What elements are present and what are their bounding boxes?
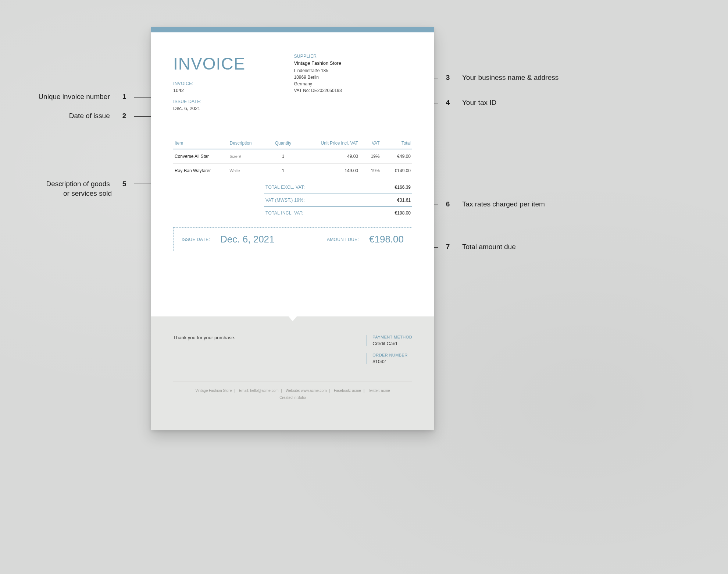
- order-number-group: ORDER NUMBER #1042: [367, 353, 412, 364]
- footer-inner: Thank you for your purchase. PAYMENT MET…: [151, 316, 434, 371]
- canvas: Unique invoice number 1 Date of issue 2 …: [0, 0, 728, 574]
- annotation-4: 4 Your tax ID: [443, 99, 496, 107]
- payment-method-label: PAYMENT METHOD: [372, 335, 412, 339]
- supplier-country: Germany: [294, 81, 342, 87]
- col-vat: VAT: [360, 138, 381, 149]
- total-vat-row: VAT (MWST.) 19%: €31.61: [264, 194, 412, 207]
- annotation-4-num: 4: [443, 99, 452, 107]
- invoice-number-label: INVOICE:: [173, 81, 286, 86]
- total-incl-row: TOTAL INCL. VAT: €198.00: [264, 207, 412, 219]
- footer-credit: Created in Sufio: [279, 396, 306, 400]
- annotation-4-text: Your tax ID: [462, 99, 496, 106]
- annotation-1: Unique invoice number 1: [0, 93, 129, 101]
- invoice-header: INVOICE INVOICE: 1042 ISSUE DATE: Dec. 6…: [173, 54, 412, 117]
- supplier-label: SUPPLIER: [294, 54, 342, 59]
- cell-total: €149.00: [381, 164, 413, 178]
- annotation-3-text: Your business name & address: [462, 74, 559, 81]
- annotation-5-num: 5: [120, 179, 129, 189]
- cell-desc: Size 9: [228, 149, 269, 164]
- cell-item: Ray-Ban Wayfarer: [173, 164, 228, 178]
- col-qty: Quantity: [269, 138, 297, 149]
- col-unit: Unit Price incl. VAT: [297, 138, 360, 149]
- footer-email: Email: hello@acme.com: [239, 389, 279, 393]
- table-row: Ray-Ban Wayfarer White 1 149.00 19% €149…: [173, 164, 412, 178]
- invoice-number-block: INVOICE: 1042: [173, 81, 286, 93]
- invoice-footer: Thank you for your purchase. PAYMENT MET…: [151, 316, 434, 430]
- cell-total: €49.00: [381, 149, 413, 164]
- annotation-5-text2: or services sold: [63, 189, 129, 198]
- total-excl-value: €166.39: [395, 185, 411, 190]
- col-total: Total: [381, 138, 413, 149]
- total-vat-value: €31.61: [397, 198, 411, 203]
- supplier-name: Vintage Fashion Store: [294, 60, 342, 66]
- issue-date-label: ISSUE DATE:: [173, 99, 286, 104]
- order-number-label: ORDER NUMBER: [372, 353, 412, 357]
- due-issue-label: ISSUE DATE:: [182, 237, 210, 242]
- col-desc: Description: [228, 138, 269, 149]
- cell-unit: 149.00: [297, 164, 360, 178]
- annotation-1-text: Unique invoice number: [38, 93, 110, 100]
- header-divider: [286, 56, 286, 115]
- footer-fb: Facebook: acme: [334, 389, 361, 393]
- annotation-5-text: Description of goods: [46, 180, 110, 188]
- invoice-body: INVOICE INVOICE: 1042 ISSUE DATE: Dec. 6…: [151, 32, 434, 251]
- payment-block: PAYMENT METHOD Credit Card ORDER NUMBER …: [367, 335, 412, 371]
- table-header-row: Item Description Quantity Unit Price inc…: [173, 138, 412, 149]
- annotation-2-num: 2: [120, 112, 129, 120]
- cell-unit: 49.00: [297, 149, 360, 164]
- annotation-6: 6 Tax rates charged per item: [443, 200, 545, 208]
- total-excl-label: TOTAL EXCL. VAT:: [265, 185, 305, 190]
- annotation-5: Description of goods 5 or services sold: [0, 179, 129, 198]
- due-amount-label: AMOUNT DUE:: [327, 237, 359, 242]
- cell-vat: 19%: [360, 149, 381, 164]
- annotation-2-text: Date of issue: [69, 112, 110, 120]
- footer-web: Website: www.acme.com: [286, 389, 327, 393]
- annotation-1-num: 1: [120, 93, 129, 101]
- annotation-6-text: Tax rates charged per item: [462, 200, 545, 208]
- supplier-vat: VAT No: DE2022050193: [294, 87, 342, 94]
- table-row: Converse All Star Size 9 1 49.00 19% €49…: [173, 149, 412, 164]
- invoice-title: INVOICE: [173, 54, 286, 74]
- header-left: INVOICE INVOICE: 1042 ISSUE DATE: Dec. 6…: [173, 54, 286, 117]
- total-incl-label: TOTAL INCL. VAT:: [265, 210, 303, 216]
- amount-due-box: ISSUE DATE: Dec. 6, 2021 AMOUNT DUE: €19…: [173, 227, 412, 251]
- invoice-sheet: INVOICE INVOICE: 1042 ISSUE DATE: Dec. 6…: [151, 27, 434, 430]
- total-incl-value: €198.00: [395, 210, 411, 216]
- annotation-6-num: 6: [443, 200, 452, 208]
- footer-tw: Twitter: acme: [368, 389, 390, 393]
- issue-date-block: ISSUE DATE: Dec. 6, 2021: [173, 99, 286, 111]
- footer-notch: [288, 316, 297, 321]
- order-number-value: #1042: [372, 359, 412, 364]
- annotation-3: 3 Your business name & address: [443, 74, 559, 82]
- issue-date-value: Dec. 6, 2021: [173, 106, 286, 111]
- footer-credits: Vintage Fashion Store| Email: hello@acme…: [173, 382, 412, 401]
- cell-item: Converse All Star: [173, 149, 228, 164]
- thank-you-text: Thank you for your purchase.: [173, 335, 367, 371]
- payment-method-group: PAYMENT METHOD Credit Card: [367, 335, 412, 346]
- footer-store: Vintage Fashion Store: [195, 389, 232, 393]
- total-vat-label: VAT (MWST.) 19%:: [265, 198, 305, 203]
- cell-vat: 19%: [360, 164, 381, 178]
- supplier-city: 10969 Berlin: [294, 74, 342, 81]
- total-excl-row: TOTAL EXCL. VAT: €166.39: [264, 181, 412, 194]
- due-issue-date: Dec. 6, 2021: [220, 234, 274, 245]
- totals-block: TOTAL EXCL. VAT: €166.39 VAT (MWST.) 19%…: [264, 181, 412, 219]
- annotation-7: 7 Total amount due: [443, 243, 516, 251]
- line-items-table: Item Description Quantity Unit Price inc…: [173, 138, 412, 178]
- annotation-2: Date of issue 2: [0, 112, 129, 120]
- supplier-block: SUPPLIER Vintage Fashion Store Lindenstr…: [294, 54, 342, 117]
- top-accent-bar: [151, 27, 434, 32]
- cell-desc: White: [228, 164, 269, 178]
- payment-method-value: Credit Card: [372, 341, 412, 346]
- annotation-7-text: Total amount due: [462, 243, 516, 251]
- annotation-7-num: 7: [443, 243, 452, 251]
- invoice-number-value: 1042: [173, 88, 286, 93]
- cell-qty: 1: [269, 164, 297, 178]
- annotation-3-num: 3: [443, 74, 452, 82]
- supplier-street: Lindenstraße 185: [294, 67, 342, 74]
- cell-qty: 1: [269, 149, 297, 164]
- col-item: Item: [173, 138, 228, 149]
- due-amount-value: €198.00: [369, 234, 404, 245]
